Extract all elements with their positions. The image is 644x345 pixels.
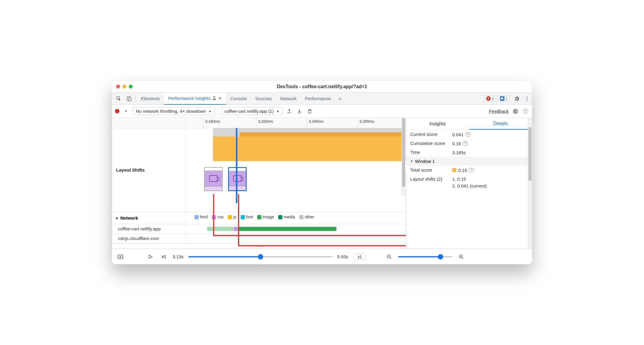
- maximize-window-button[interactable]: [129, 85, 133, 88]
- kebab-menu-icon[interactable]: [522, 94, 532, 104]
- tab-insights[interactable]: Insights: [406, 118, 469, 130]
- speed-button[interactable]: x1: [353, 254, 366, 260]
- scrollbar[interactable]: [402, 118, 406, 196]
- tab-sources[interactable]: Sources: [251, 93, 276, 105]
- experiment-icon: [212, 96, 216, 100]
- network-host-row: coffee-cart.netlify.app: [112, 224, 406, 234]
- error-count: 1: [492, 96, 494, 101]
- titlebar: DevTools - coffee-cart.netlify.app/?ad=1: [112, 81, 532, 93]
- traffic-lights: [116, 85, 133, 88]
- kv-label: Cumulative score: [410, 141, 449, 146]
- help-icon[interactable]: ?: [463, 141, 468, 146]
- main-split: 3,160ms 3,200ms 3,240ms 3,280ms Layout S…: [112, 118, 532, 249]
- error-icon: ✕: [486, 96, 491, 101]
- time-start: 3.13s: [173, 254, 184, 259]
- annotation-line: [213, 235, 406, 236]
- error-badge[interactable]: ✕ 1: [484, 96, 496, 101]
- flame-chart[interactable]: [213, 128, 406, 161]
- device-toggle-icon[interactable]: [124, 94, 134, 104]
- insights-toolbar: ▼ No network throttling, 4× slowdown ▼ c…: [112, 105, 532, 118]
- layout-shifts-track[interactable]: [185, 128, 406, 212]
- panel-settings-icon[interactable]: [512, 108, 519, 115]
- shift-thumbnail-2-selected[interactable]: [228, 167, 247, 191]
- zoom-out-icon[interactable]: [385, 253, 393, 261]
- time-ruler[interactable]: 3,160ms 3,200ms 3,240ms 3,280ms: [112, 118, 406, 128]
- kv-label: Layout shifts (2): [410, 176, 449, 182]
- shift-item-1[interactable]: 1. 0.15: [452, 176, 466, 182]
- request-bar[interactable]: [237, 227, 336, 231]
- export-icon[interactable]: [286, 108, 293, 115]
- time-end: 5.93s: [337, 254, 348, 259]
- network-legend: html css js font image media other: [185, 212, 406, 222]
- toggle-visibility-icon[interactable]: [116, 253, 125, 261]
- import-icon[interactable]: [296, 108, 303, 115]
- tab-details[interactable]: Details: [469, 118, 532, 130]
- request-bar[interactable]: [234, 227, 237, 231]
- play-icon[interactable]: [146, 253, 155, 261]
- close-tab-icon[interactable]: ✕: [218, 96, 222, 101]
- svg-point-5: [527, 100, 528, 100]
- tab-elements[interactable]: Elements: [137, 93, 164, 105]
- feedback-link[interactable]: Feedback: [489, 109, 509, 114]
- minimize-window-button[interactable]: [122, 85, 126, 88]
- shift-item-2[interactable]: 2. 0.041 (current): [452, 183, 487, 188]
- tab-performance[interactable]: Performance: [301, 93, 335, 105]
- svg-rect-2: [129, 98, 131, 101]
- ruler-tick: 3,200ms: [256, 118, 273, 128]
- svg-rect-7: [118, 255, 123, 259]
- legend-item: html: [194, 214, 208, 219]
- settings-icon[interactable]: [512, 94, 522, 104]
- network-row[interactable]: Network html css js font image media oth…: [112, 212, 406, 224]
- tab-performance-insights[interactable]: Performance insights ✕: [164, 93, 226, 105]
- kv-label: Total score: [410, 167, 449, 173]
- chevron-down-icon: ▼: [208, 110, 212, 113]
- window-section-header[interactable]: Window 1: [406, 157, 532, 166]
- ruler-tick: 3,160ms: [203, 118, 220, 128]
- legend-item: font: [241, 214, 253, 219]
- skip-back-icon[interactable]: [159, 253, 168, 261]
- help-icon[interactable]: ?: [465, 132, 471, 137]
- timeline-pane: 3,160ms 3,200ms 3,240ms 3,280ms Layout S…: [112, 118, 406, 249]
- more-tabs-icon[interactable]: »: [335, 94, 345, 104]
- message-badge[interactable]: 1: [498, 96, 510, 101]
- zoom-slider[interactable]: [398, 256, 452, 257]
- inspect-icon[interactable]: [114, 94, 124, 104]
- flame-segment[interactable]: [239, 132, 406, 161]
- message-icon: [500, 96, 504, 101]
- record-menu-chevron-icon[interactable]: ▼: [122, 108, 130, 115]
- kv-value: 3.185s: [452, 150, 466, 155]
- playhead-marker[interactable]: [236, 128, 237, 203]
- kv-value: 0.19: [452, 141, 461, 146]
- layout-shifts-row: Layout Shifts: [112, 128, 406, 212]
- annotation-line: [238, 194, 239, 246]
- annotation-line: [213, 194, 214, 236]
- devtools-window: DevTools - coffee-cart.netlify.app/?ad=1…: [112, 81, 532, 264]
- scrollbar[interactable]: [528, 118, 532, 249]
- host-track-1[interactable]: [185, 224, 406, 233]
- time-slider[interactable]: [188, 256, 333, 257]
- delete-icon[interactable]: [306, 108, 313, 115]
- tab-console[interactable]: Console: [226, 93, 251, 105]
- ruler-gutter: [112, 118, 185, 128]
- host-label: coffee-cart.netlify.app: [112, 224, 185, 233]
- record-button[interactable]: [115, 109, 119, 113]
- help-icon[interactable]: ?: [522, 108, 529, 115]
- kv-value: 0.19: [458, 168, 467, 173]
- target-select[interactable]: coffee-cart.netlify.app (1) ▼: [221, 107, 283, 115]
- svg-point-4: [527, 98, 528, 99]
- legend-item: media: [278, 214, 295, 219]
- close-window-button[interactable]: [116, 85, 120, 88]
- kv-time: Time 3.185s: [406, 148, 532, 157]
- tab-network[interactable]: Network: [276, 93, 301, 105]
- ruler-tick: 3,280ms: [357, 118, 375, 128]
- help-icon[interactable]: ?: [469, 168, 474, 173]
- kv-value: 0.041: [452, 132, 464, 137]
- svg-point-3: [527, 97, 528, 98]
- shift-thumbnail-1[interactable]: [204, 167, 223, 191]
- kv-label: Current score: [410, 132, 449, 137]
- request-bar[interactable]: [207, 227, 234, 231]
- ruler-ticks: 3,160ms 3,200ms 3,240ms 3,280ms: [185, 118, 406, 128]
- playback-footer: 3.13s 5.93s x1: [112, 249, 532, 264]
- throttling-select[interactable]: No network throttling, 4× slowdown ▼: [133, 107, 215, 115]
- zoom-in-icon[interactable]: [457, 253, 465, 261]
